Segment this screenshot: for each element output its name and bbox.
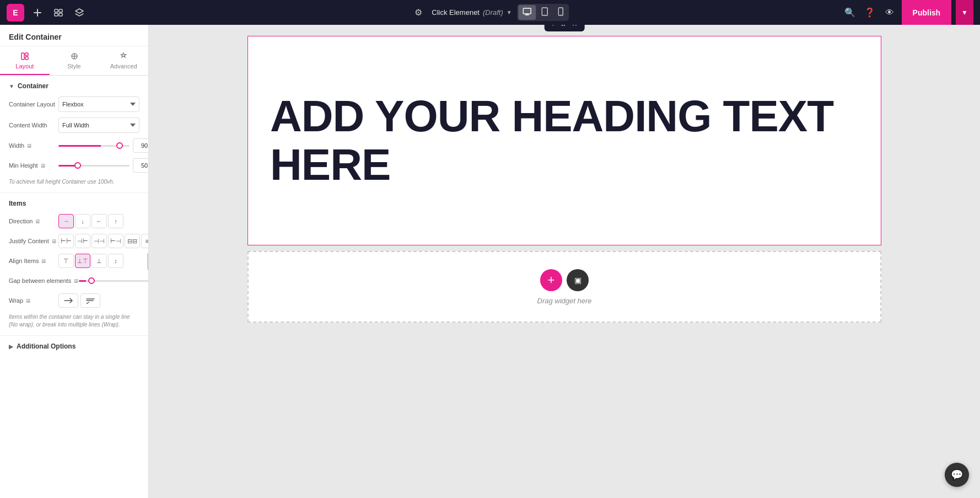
align-items-buttons: ⊤ ⊥⊤ ⊥ ↕: [58, 254, 139, 268]
panel-tabs: Layout Style Advanced: [0, 46, 148, 76]
desktop-view-button[interactable]: [519, 5, 536, 20]
tablet-view-button[interactable]: [537, 5, 553, 20]
publish-button[interactable]: Publish: [902, 0, 952, 25]
tab-style-label: Style: [67, 63, 80, 69]
topbar-left: E: [7, 4, 87, 22]
direction-up-button[interactable]: ↑: [108, 214, 123, 228]
width-slider-row: %pxvw: [58, 138, 149, 153]
gap-monitor-icon: 🖥: [73, 278, 79, 284]
container-add-button[interactable]: +: [549, 25, 558, 29]
width-slider-container: %pxvw: [58, 138, 149, 153]
help-button[interactable]: ❓: [862, 5, 877, 20]
heading-container-inner: ADD YOUR HEADING TEXT HERE: [248, 70, 881, 211]
template-library-button[interactable]: ▣: [567, 269, 589, 291]
direction-label: Direction 🖥: [9, 218, 58, 224]
topbar-right: 🔍 ❓ 👁 Publish ▼: [842, 0, 973, 25]
publish-dropdown-button[interactable]: ▼: [956, 0, 973, 25]
gap-slider[interactable]: [79, 280, 149, 282]
container-section: ▼ Container Container Layout Flexbox Gri…: [0, 76, 148, 193]
wrap-hint: Items within the container can stay in a…: [9, 313, 139, 329]
wrap-row: Wrap 🖥: [9, 293, 139, 308]
tab-style[interactable]: Style: [50, 46, 99, 75]
container-toolbar: + ⠿ ✕: [545, 25, 585, 31]
min-height-row: Min Height 🖥 vhpx%: [9, 158, 139, 173]
justify-content-row: Justify Content 🖥 ⊢⊢ ⊣⊢ ⊣⊣ ⊢⊣ ⊟⊟ ≡≡: [9, 234, 139, 248]
search-button[interactable]: 🔍: [842, 5, 858, 20]
content-width-select[interactable]: Full Width Boxed: [58, 117, 139, 133]
add-element-button[interactable]: [30, 5, 45, 20]
align-stretch-button[interactable]: ↕: [108, 254, 123, 268]
layers-button[interactable]: [72, 5, 87, 20]
svg-rect-2: [55, 13, 58, 16]
width-slider[interactable]: [58, 145, 130, 147]
sidebar-title: Edit Container: [0, 25, 148, 46]
logo-button[interactable]: E: [7, 4, 24, 22]
direction-down-button[interactable]: ↓: [75, 214, 90, 228]
gap-row: Gap between elements 🖥 pxem%: [9, 274, 139, 288]
wrap-buttons: [58, 293, 100, 308]
justify-start-button[interactable]: ⊢⊢: [58, 234, 74, 248]
heading-text[interactable]: ADD YOUR HEADING TEXT HERE: [270, 92, 859, 189]
min-height-slider-row: vhpx%: [58, 158, 149, 173]
align-center-button[interactable]: ⊥⊤: [75, 254, 90, 268]
full-height-hint: To achieve full height Container use 100…: [9, 178, 139, 186]
justify-space-between-button[interactable]: ⊢⊣: [108, 234, 123, 248]
page-settings-button[interactable]: ⚙: [411, 5, 426, 20]
preview-button[interactable]: 👁: [882, 5, 897, 20]
align-start-button[interactable]: ⊤: [58, 254, 74, 268]
align-items-label: Align Items 🖥: [9, 258, 58, 264]
min-height-slider[interactable]: [58, 165, 130, 167]
no-wrap-button[interactable]: [58, 293, 78, 308]
min-height-slider-container: vhpx%: [58, 158, 149, 173]
justify-end-button[interactable]: ⊣⊣: [91, 234, 107, 248]
empty-container-buttons: + ▣: [540, 269, 589, 291]
container-close-button[interactable]: ✕: [569, 25, 580, 29]
direction-buttons: → ↓ ← ↑: [58, 214, 139, 228]
chevron-right-icon: ▶: [9, 344, 13, 350]
align-monitor-icon: 🖥: [41, 258, 46, 264]
min-height-input[interactable]: [133, 158, 149, 173]
svg-rect-11: [25, 57, 28, 60]
gap-slider-row: pxem%: [79, 274, 149, 288]
container-layout-select[interactable]: Flexbox Grid: [58, 97, 139, 112]
additional-options-label: Additional Options: [17, 342, 76, 350]
sidebar: Edit Container Layout Style Advanced ▼ C…: [0, 25, 149, 498]
container-layout-row: Container Layout Flexbox Grid: [9, 97, 139, 112]
container-section-title[interactable]: ▼ Container: [9, 82, 139, 90]
width-input[interactable]: [133, 138, 149, 153]
svg-rect-3: [59, 13, 62, 16]
tab-advanced[interactable]: Advanced: [99, 46, 148, 75]
justify-space-evenly-button[interactable]: ≡≡: [141, 234, 149, 248]
direction-left-button[interactable]: ←: [91, 214, 107, 228]
container-layout-label: Container Layout: [9, 101, 58, 108]
items-label: Items: [9, 200, 26, 207]
canvas: + ⠿ ✕ ADD YOUR HEADING TEXT HERE + ▣ Dra…: [149, 25, 980, 498]
wrap-button[interactable]: [80, 293, 100, 308]
doc-name: Click Elemenet: [432, 8, 480, 17]
width-label: Width 🖥: [9, 142, 58, 149]
tab-layout-label: Layout: [15, 63, 34, 69]
heading-container-block[interactable]: + ⠿ ✕ ADD YOUR HEADING TEXT HERE: [247, 36, 881, 245]
additional-options-title[interactable]: ▶ Additional Options: [9, 342, 139, 350]
align-end-button[interactable]: ⊥: [91, 254, 107, 268]
chevron-down-icon: ▼: [9, 83, 14, 89]
direction-right-button[interactable]: →: [58, 214, 74, 228]
navigator-button[interactable]: [51, 5, 66, 20]
tab-layout[interactable]: Layout: [0, 46, 50, 75]
chat-fab-button[interactable]: 💬: [945, 463, 969, 487]
mobile-view-button[interactable]: [554, 5, 568, 20]
tab-advanced-label: Advanced: [110, 63, 137, 69]
doc-title[interactable]: Click Elemenet (Draft) ▼: [432, 8, 511, 17]
add-widget-button[interactable]: +: [540, 269, 562, 291]
items-section-title: Items: [9, 200, 139, 207]
justify-center-button[interactable]: ⊣⊢: [75, 234, 90, 248]
main-area: Edit Container Layout Style Advanced ▼ C…: [0, 25, 980, 498]
content-width-row: Content Width Full Width Boxed: [9, 117, 139, 133]
min-height-label: Min Height 🖥: [9, 162, 58, 169]
justify-content-label: Justify Content 🖥: [9, 238, 58, 244]
items-section: Items Direction 🖥 → ↓ ← ↑ Justify Conten…: [0, 193, 148, 336]
justify-space-around-button[interactable]: ⊟⊟: [125, 234, 140, 248]
svg-rect-9: [21, 53, 24, 60]
svg-point-6: [545, 14, 545, 15]
container-drag-handle[interactable]: ⠿: [558, 25, 568, 29]
